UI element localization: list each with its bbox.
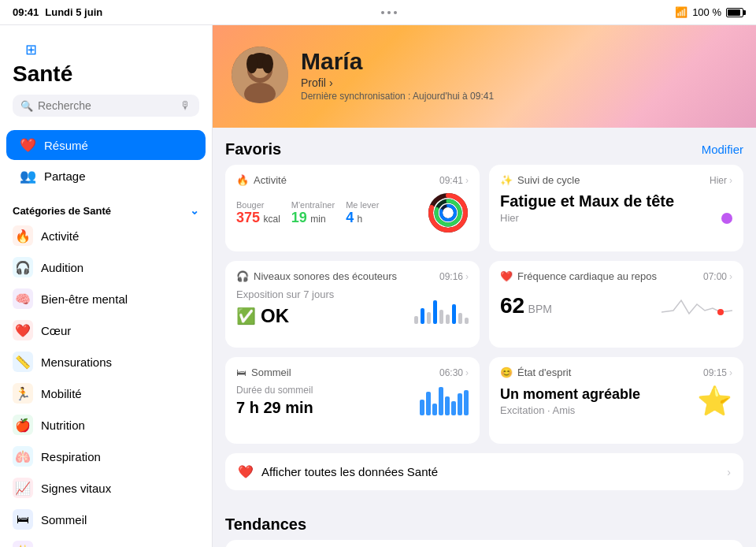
mood-card-header: 😊 État d'esprit 09:15 › (500, 367, 732, 378)
cycle-chevron: › (729, 175, 732, 186)
lever-unit: h (358, 214, 363, 225)
lever-label: Me lever (346, 200, 379, 210)
sleep-bar-5 (445, 396, 450, 415)
activity-metrics: Bouger 375 kcal M'entraîner 19 (236, 200, 428, 226)
sidebar-item-respiration[interactable]: 🫁 Respiration (0, 441, 212, 472)
modifier-button[interactable]: Modifier (702, 143, 743, 156)
entrainer-label: M'entraîner (291, 200, 335, 210)
activity-card[interactable]: 🔥 Activité 09:41 › Bouger (225, 165, 480, 251)
coeur-label: Cœur (41, 324, 71, 337)
entrainer-unit: min (310, 214, 325, 225)
audition-icon: 🎧 (13, 257, 33, 277)
heart-rate-time-value: 07:00 (703, 271, 727, 282)
all-data-row[interactable]: ❤️ Afficher toutes les données Santé › (225, 453, 743, 490)
cards-grid: 🔥 Activité 09:41 › Bouger (225, 165, 743, 444)
metric-entrainer: M'entraîner 19 min (291, 200, 335, 226)
sound-bar-7 (452, 304, 456, 324)
respiration-icon: 🫁 (13, 446, 33, 467)
mood-card[interactable]: 😊 État d'esprit 09:15 › Un moment agréab… (489, 357, 743, 444)
lever-value: 4 (346, 210, 354, 225)
sleep-title-row: 🛏 Sommeil (236, 367, 291, 378)
categories-chevron[interactable]: ⌄ (190, 204, 199, 217)
sleep-icon: 🛏 (236, 367, 246, 378)
bouger-label: Bouger (236, 200, 280, 210)
sleep-card[interactable]: 🛏 Sommeil 06:30 › Durée du sommeil 7 h (225, 357, 480, 444)
sleep-card-header: 🛏 Sommeil 06:30 › (236, 367, 469, 378)
metric-lever: Me lever 4 h (346, 200, 379, 226)
sidebar-item-nutrition[interactable]: 🍎 Nutrition (0, 409, 212, 441)
status-bar: 09:41 Lundi 5 juin 📶 100 % (0, 0, 756, 25)
bouger-unit: kcal (264, 214, 280, 225)
activite-label: Activité (41, 229, 79, 243)
entrainer-value: 19 (291, 210, 307, 225)
exposure-label: Exposition sur 7 jours (236, 288, 414, 300)
sidebar-toggle-icon[interactable]: ⊞ (13, 35, 199, 61)
sidebar-item-signes-vitaux[interactable]: 📈 Signes vitaux (0, 472, 212, 504)
earphone-title: Niveaux sonores des écouteurs (254, 270, 397, 282)
mood-body: Un moment agréable Excitation · Amis ⭐ (500, 385, 732, 418)
categories-header: Catégories de Santé ⌄ (0, 198, 212, 220)
app-container: ⊞ Santé 🔍 🎙 ❤️ Résumé 👥 Partage Catégori… (0, 25, 756, 547)
avatar-svg (232, 47, 288, 103)
nutrition-icon: 🍎 (13, 415, 33, 435)
sleep-time: 06:30 › (439, 367, 469, 378)
favorites-title: Favoris (225, 140, 281, 158)
heart-rate-card-header: ❤️ Fréquence cardiaque au repos 07:00 › (500, 270, 732, 282)
sleep-bar-6 (451, 401, 456, 415)
sound-bar-8 (458, 313, 462, 324)
nav-section: ❤️ Résumé 👥 Partage (0, 123, 212, 198)
tendances-row: 🔥 Minutes d'exercice ❤️ Fréquence cardia… (225, 540, 743, 547)
all-data-container: ❤️ Afficher toutes les données Santé › (225, 453, 743, 490)
sleep-bar-7 (458, 393, 462, 415)
sleep-bar-1 (420, 400, 424, 415)
bien-etre-icon: 🧠 (13, 288, 33, 309)
earphone-title-row: 🎧 Niveaux sonores des écouteurs (236, 270, 397, 282)
battery-percent: 100 % (692, 6, 721, 18)
bouger-value-row: 375 kcal (236, 210, 280, 226)
sleep-bar-8 (464, 390, 469, 415)
sidebar-item-bien-etre[interactable]: 🧠 Bien-être mental (0, 283, 212, 314)
audition-label: Audition (41, 261, 83, 274)
sidebar-item-mensurations[interactable]: 📏 Mensurations (0, 346, 212, 378)
dot2 (387, 11, 391, 14)
cycle-dot (721, 213, 732, 224)
sleep-content: Durée du sommeil 7 h 29 min (236, 385, 420, 417)
microphone-icon[interactable]: 🎙 (180, 99, 191, 112)
sidebar-item-sommeil[interactable]: 🛏 Sommeil (0, 504, 212, 535)
ok-text: OK (261, 305, 289, 327)
sidebar-item-mobilite[interactable]: 🏃 Mobilité (0, 378, 212, 409)
search-bar[interactable]: 🔍 🎙 (13, 95, 199, 117)
profile-avatar (232, 47, 288, 103)
cycle-card[interactable]: ✨ Suivi de cycle Hier › Fatigue et Maux … (489, 165, 743, 251)
earphone-time: 09:16 › (439, 271, 469, 282)
mood-sub-label: Excitation · Amis (500, 404, 697, 416)
sidebar-item-partage[interactable]: 👥 Partage (6, 161, 206, 191)
heart-rate-card[interactable]: ❤️ Fréquence cardiaque au repos 07:00 › … (489, 261, 743, 348)
sidebar-item-activite[interactable]: 🔥 Activité (0, 220, 212, 251)
cycle-card-header: ✨ Suivi de cycle Hier › (500, 174, 732, 186)
sleep-bar-3 (432, 404, 437, 415)
sidebar-item-suivi-cycle[interactable]: ✨ Suivi de cycle (0, 535, 212, 547)
earphone-body: Exposition sur 7 jours ✅ OK (236, 288, 469, 327)
profile-link[interactable]: Profil › (301, 76, 737, 89)
dot1 (381, 11, 384, 14)
sidebar-item-resume[interactable]: ❤️ Résumé (6, 130, 206, 160)
main-content: María Profil › Dernière synchronisation … (213, 25, 756, 547)
heart-rate-title-row: ❤️ Fréquence cardiaque au repos (500, 270, 657, 282)
earphone-card[interactable]: 🎧 Niveaux sonores des écouteurs 09:16 › … (225, 261, 480, 348)
earphone-chevron: › (465, 271, 469, 282)
mood-star-emoji: ⭐ (697, 385, 732, 418)
profile-header: María Profil › Dernière synchronisation … (213, 25, 756, 128)
search-input[interactable] (38, 99, 176, 112)
activity-time: 09:41 › (439, 175, 469, 186)
profile-link-text: Profil (301, 76, 326, 89)
sound-bar-4 (433, 300, 437, 324)
sidebar-item-coeur[interactable]: ❤️ Cœur (0, 314, 212, 346)
check-icon: ✅ (236, 307, 256, 326)
respiration-label: Respiration (41, 450, 101, 463)
sleep-bar-2 (426, 392, 431, 415)
mensurations-icon: 📏 (13, 352, 33, 372)
sound-bar-6 (446, 314, 450, 324)
sidebar-item-audition[interactable]: 🎧 Audition (0, 251, 212, 283)
heart-rate-title: Fréquence cardiaque au repos (517, 270, 657, 282)
